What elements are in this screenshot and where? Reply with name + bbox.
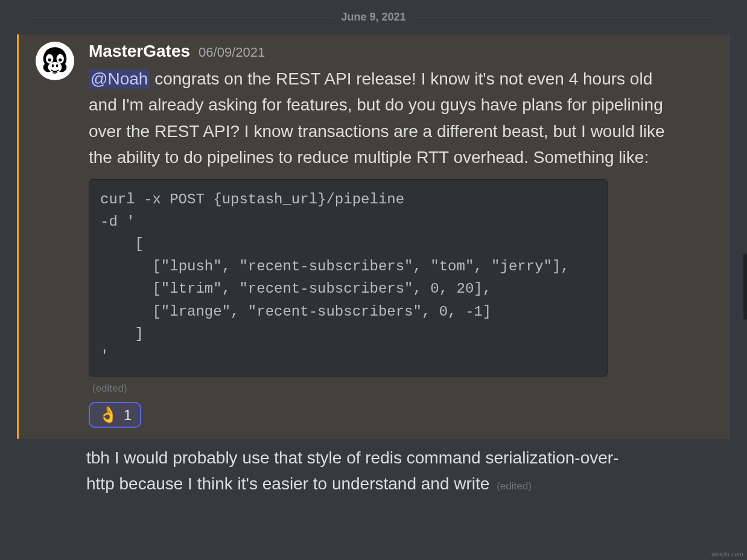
message-text-body: congrats on the REST API release! I know… [89, 69, 665, 167]
edited-indicator: (edited) [497, 480, 532, 492]
divider-line-right [412, 17, 714, 18]
svg-point-6 [52, 64, 54, 67]
code-block[interactable]: curl -x POST {upstash_url}/pipeline -d '… [89, 179, 608, 377]
gorilla-face-icon [38, 44, 72, 78]
svg-point-3 [48, 59, 51, 62]
followup-message: tbh I would probably use that style of r… [14, 439, 660, 497]
avatar[interactable] [36, 42, 74, 80]
followup-text: tbh I would probably use that style of r… [86, 448, 618, 493]
svg-point-7 [56, 64, 59, 67]
edited-indicator: (edited) [92, 383, 668, 395]
message-timestamp: 06/09/2021 [199, 45, 265, 60]
username[interactable]: MasterGates [89, 42, 190, 61]
ok-hand-icon: 👌 [98, 406, 118, 424]
message-header: MasterGates 06/09/2021 [89, 42, 668, 61]
date-divider-label: June 9, 2021 [335, 11, 412, 24]
user-mention[interactable]: @Noah [89, 69, 150, 89]
message-text: @Noah congrats on the REST API release! … [89, 66, 668, 171]
chat-container: June 9, 2021 MasterGates 06/09/2021 [0, 11, 747, 497]
reaction-count: 1 [124, 407, 132, 424]
message-highlighted: MasterGates 06/09/2021 @Noah congrats on… [17, 34, 730, 439]
message-body: MasterGates 06/09/2021 @Noah congrats on… [89, 42, 668, 428]
reaction-button[interactable]: 👌 1 [89, 402, 141, 428]
svg-point-4 [59, 59, 62, 62]
divider-line-left [33, 17, 335, 18]
watermark: wsxdn.com [711, 551, 743, 558]
date-divider: June 9, 2021 [33, 11, 714, 24]
scrollbar-thumb[interactable] [743, 253, 747, 320]
